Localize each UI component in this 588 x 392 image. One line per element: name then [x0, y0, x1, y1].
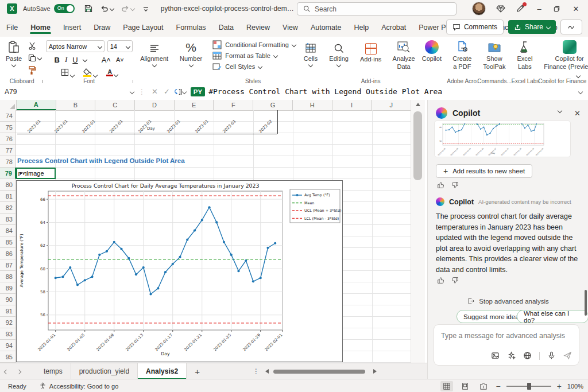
next-sheet-icon[interactable] [13, 367, 25, 375]
row-header-76[interactable]: 76 [0, 133, 16, 145]
ink-replay-button[interactable] [560, 20, 582, 34]
document-title[interactable]: python-excel-copilot-process-control-dem… [161, 5, 294, 13]
row-header-79[interactable]: 79 [0, 168, 16, 179]
zoom-slider-thumb[interactable] [527, 383, 531, 390]
copilot-scroll-thumb[interactable] [585, 290, 587, 316]
alignment-button[interactable]: Alignment [137, 41, 172, 68]
increase-font-button[interactable]: A˄ [102, 56, 111, 64]
send-icon[interactable] [563, 351, 572, 360]
paste-button[interactable]: Paste [2, 39, 25, 68]
user-avatar[interactable] [472, 2, 486, 15]
show-toolpak-button[interactable]: Show ToolPak [479, 39, 509, 72]
tab-insert[interactable]: Insert [57, 19, 87, 35]
microphone-icon[interactable] [547, 351, 556, 360]
fill-color-button[interactable] [82, 68, 99, 77]
undo-button[interactable] [100, 4, 114, 13]
add-sheet-button[interactable]: + [187, 367, 208, 377]
column-header-e[interactable]: E [175, 100, 214, 110]
column-header-g[interactable]: G [253, 100, 293, 110]
vertical-scroll-thumb[interactable] [413, 111, 422, 180]
excel-labs-button[interactable]: Excel Labs [513, 39, 536, 72]
row-header-88[interactable]: 88 [0, 271, 16, 282]
row-header-90[interactable]: 90 [0, 294, 16, 305]
excel-app-icon[interactable]: X [7, 3, 17, 14]
tab-draw[interactable]: Draw [87, 19, 117, 35]
cell-styles-button[interactable]: Cell Styles [212, 61, 262, 72]
row-header-78[interactable]: 78 [0, 156, 16, 168]
cut-icon[interactable] [28, 41, 37, 51]
font-size-select[interactable]: 14 [107, 40, 133, 52]
cells-area[interactable]: Day 2023-012023-012023-012023-012023-012… [16, 110, 411, 363]
tab-automate[interactable]: Automate [304, 19, 348, 35]
gem-icon[interactable] [496, 4, 505, 13]
zoom-slider[interactable] [506, 386, 551, 387]
thumbs-up-icon[interactable] [437, 277, 444, 284]
zoom-out-button[interactable]: − [496, 382, 500, 391]
chart-result-thumbnail[interactable]: 60562023-01-012023-01-052023-01-092023-0… [435, 121, 570, 157]
add-image-icon[interactable] [491, 351, 500, 360]
copilot-finance-button[interactable]: Copilot for Finance (Preview) [540, 39, 588, 72]
tab-page-layout[interactable]: Page Layout [117, 19, 169, 35]
sheet-tab-temps[interactable]: temps [36, 363, 71, 379]
tab-review[interactable]: Review [240, 19, 276, 35]
prev-sheet-icon[interactable] [0, 367, 13, 375]
scroll-left-arrow[interactable] [265, 369, 269, 374]
thumbs-down-icon[interactable] [451, 181, 459, 189]
thumbs-down-icon[interactable] [451, 277, 459, 284]
zoom-in-button[interactable]: + [557, 382, 562, 391]
cancel-entry-icon[interactable]: ✕ [149, 87, 161, 96]
row-header-89[interactable]: 89 [0, 282, 16, 294]
expand-formula-bar-icon[interactable] [578, 90, 583, 94]
horizontal-scrollbar[interactable] [265, 368, 408, 375]
row-header-74[interactable]: 74 [0, 110, 16, 122]
cells-button[interactable]: Cells [300, 41, 321, 68]
formula-input[interactable]: #Process Control Chart with Legend Outsi… [208, 87, 442, 96]
row-header-86[interactable]: 86 [0, 248, 16, 259]
whats-new-pen-icon[interactable] [516, 4, 525, 13]
share-button[interactable]: Share [508, 20, 556, 34]
create-pdf-button[interactable]: Create a PDF [449, 39, 475, 72]
tab-formulas[interactable]: Formulas [170, 19, 212, 35]
row-header-77[interactable]: 77 [0, 145, 16, 156]
sheet-options-kebab-icon[interactable]: ⋮ [253, 367, 260, 375]
close-pane-icon[interactable]: ✕ [574, 109, 581, 118]
redo-button[interactable] [121, 4, 134, 13]
column-header-i[interactable]: I [332, 100, 372, 110]
quick-access-overflow-icon[interactable] [141, 4, 150, 13]
addins-button[interactable]: Add-ins [357, 42, 385, 64]
selected-cell-a79[interactable]: [PY] Image [16, 168, 56, 179]
scroll-up-arrow[interactable] [416, 103, 420, 106]
page-break-view-button[interactable] [477, 381, 490, 391]
column-header-d[interactable]: D [135, 100, 175, 110]
comments-button[interactable]: Comments [446, 20, 504, 34]
row-header-94[interactable]: 94 [0, 340, 16, 351]
tab-help[interactable]: Help [347, 19, 375, 35]
tab-acrobat[interactable]: Acrobat [375, 19, 412, 35]
tab-home[interactable]: Home [24, 19, 57, 35]
row-header-83[interactable]: 83 [0, 214, 16, 225]
close-button[interactable]: ✕ [572, 5, 580, 13]
copilot-message-input[interactable]: Type a message for advanced analysis [434, 325, 579, 365]
font-color-button[interactable]: A [105, 68, 119, 77]
add-results-button[interactable]: + Add results to new sheet [436, 164, 532, 178]
save-icon[interactable] [84, 4, 93, 13]
vertical-scrollbar[interactable] [411, 100, 425, 363]
copilot-button[interactable]: Copilot [419, 39, 445, 72]
page-layout-view-button[interactable] [459, 381, 471, 391]
suggestion-pill-2[interactable]: What else can I do? [517, 310, 588, 323]
format-painter-icon[interactable] [28, 65, 37, 75]
prompt-gallery-icon[interactable] [507, 351, 516, 360]
restore-button[interactable] [554, 6, 562, 12]
number-button[interactable]: % Number [176, 40, 206, 68]
minimize-button[interactable]: – [535, 5, 543, 13]
autosave-toggle[interactable]: On [54, 4, 75, 13]
row-header-82[interactable]: 82 [0, 202, 16, 214]
copy-button[interactable] [28, 53, 41, 63]
accessibility-status[interactable]: Accessibility: Good to go [39, 382, 118, 390]
font-name-select[interactable]: Aptos Narrow [46, 40, 105, 52]
column-header-j[interactable]: J [372, 100, 411, 110]
analyze-data-button[interactable]: Analyze Data [389, 39, 419, 72]
tab-file[interactable]: File [0, 19, 24, 35]
decrease-font-button[interactable]: A˅ [116, 56, 124, 63]
row-header-80[interactable]: 80 [0, 179, 16, 191]
